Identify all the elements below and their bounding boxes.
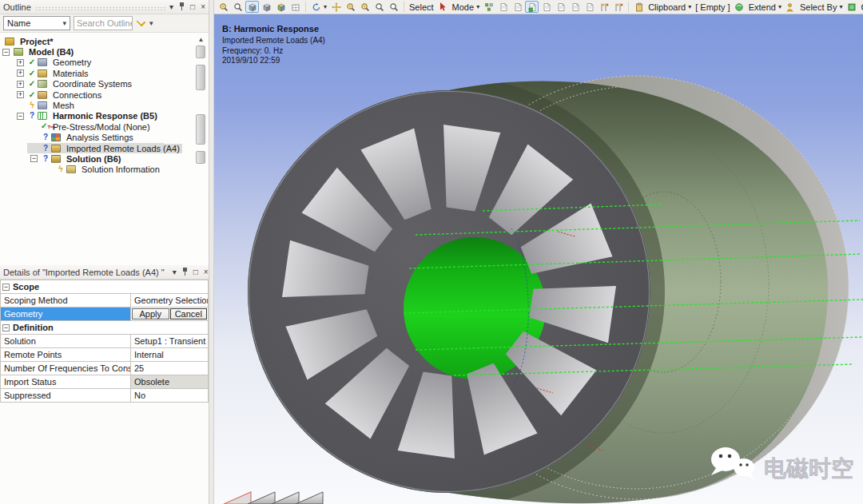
tree-item-connections[interactable]: + ✓ Connections bbox=[0, 89, 209, 100]
tree-item-coordinate-systems[interactable]: + ✓ Coordinate Systems bbox=[0, 79, 209, 89]
rotate-caret-icon[interactable]: ▾ bbox=[324, 3, 328, 10]
cancel-button[interactable]: Cancel bbox=[170, 308, 208, 319]
tree-item-solution-information[interactable]: ϟ Solution Information bbox=[0, 165, 209, 175]
select-vertices-icon[interactable] bbox=[496, 1, 510, 13]
tree-item-geometry[interactable]: + ✓ Geometry bbox=[0, 58, 209, 68]
row-value[interactable]: Geometry Selection bbox=[131, 294, 208, 307]
maximize-icon[interactable]: □ bbox=[190, 3, 195, 11]
wireframe-icon[interactable] bbox=[260, 1, 273, 13]
collapse-icon[interactable]: − bbox=[2, 49, 10, 56]
details-row-num-frequencies[interactable]: Number Of Frequencies To Consider 25 bbox=[0, 362, 209, 375]
details-row-remote-points[interactable]: Remote Points Internal bbox=[0, 348, 209, 362]
box-zoom-icon[interactable] bbox=[358, 1, 372, 13]
select-nodes-icon[interactable] bbox=[554, 1, 567, 13]
select-label[interactable]: Select bbox=[408, 2, 435, 12]
extend-caret-icon[interactable]: ▾ bbox=[778, 3, 783, 10]
select-by-icon[interactable] bbox=[784, 1, 797, 13]
select-elements-icon[interactable] bbox=[568, 1, 582, 13]
extend-label[interactable]: Extend bbox=[747, 2, 777, 12]
collapse-icon[interactable]: − bbox=[17, 113, 24, 120]
probe-flags-icon[interactable] bbox=[611, 1, 625, 13]
select-bodies-icon[interactable] bbox=[539, 1, 553, 13]
zoom-icon[interactable] bbox=[344, 1, 357, 13]
search-outline-input[interactable]: Search Outline bbox=[74, 16, 133, 30]
collapse-icon[interactable]: − bbox=[2, 284, 10, 291]
graphics-viewport[interactable]: 电磁时空 B: Harmonic Response Imported Remot… bbox=[214, 14, 863, 504]
shaded-edges-icon[interactable] bbox=[274, 1, 288, 13]
shaded-exterior-icon[interactable] bbox=[245, 1, 259, 13]
mode-label[interactable]: Mode bbox=[451, 2, 476, 12]
close-icon[interactable]: × bbox=[204, 268, 209, 276]
row-value[interactable]: Setup1 : Transient bbox=[131, 335, 208, 347]
tree-scrollbar[interactable]: ▲ bbox=[195, 36, 207, 204]
expand-icon[interactable]: + bbox=[17, 91, 24, 98]
tree-item-materials[interactable]: + ✓ Materials bbox=[0, 68, 209, 78]
details-row-geometry[interactable]: Geometry Apply Cancel bbox=[0, 308, 209, 321]
zoom-fit-icon[interactable] bbox=[372, 1, 386, 13]
maximize-icon[interactable]: □ bbox=[193, 268, 198, 276]
details-row-suppressed[interactable]: Suppressed No bbox=[0, 389, 209, 403]
tree-item-pre-stress-modal[interactable]: ✓T=0 Pre-Stress/Modal (None) bbox=[0, 121, 209, 132]
tree-item-analysis-settings[interactable]: ? Analysis Settings bbox=[0, 133, 209, 143]
connections-icon bbox=[38, 91, 47, 99]
clipboard-caret-icon[interactable]: ▾ bbox=[688, 3, 693, 10]
select-faces-icon[interactable] bbox=[525, 1, 539, 13]
tree-item-mesh[interactable]: ϟ Mesh bbox=[0, 100, 209, 110]
magnifier-window-icon[interactable] bbox=[387, 1, 400, 13]
pin-icon[interactable] bbox=[179, 2, 185, 11]
select-edges-icon[interactable] bbox=[511, 1, 524, 13]
search-expand-chevron-icon[interactable] bbox=[137, 18, 145, 26]
collapse-icon[interactable]: − bbox=[30, 155, 38, 162]
pin-icon[interactable] bbox=[182, 268, 188, 276]
details-menu-caret-icon[interactable]: ▾ bbox=[173, 268, 177, 276]
expand-icon[interactable]: + bbox=[17, 81, 24, 88]
mode-caret-icon[interactable]: ▾ bbox=[476, 3, 481, 10]
zoom-in-tool-icon[interactable] bbox=[217, 1, 230, 13]
selection-filter-tree-icon[interactable] bbox=[482, 1, 495, 13]
collapse-icon[interactable]: − bbox=[2, 324, 10, 331]
snap-icon[interactable] bbox=[583, 1, 596, 13]
details-row-solution[interactable]: Solution Setup1 : Transient bbox=[0, 335, 209, 348]
outline-title: Outline bbox=[3, 2, 31, 12]
outline-menu-caret-icon[interactable]: ▾ bbox=[169, 3, 173, 11]
scrollbar-thumb[interactable] bbox=[196, 46, 205, 58]
apply-button[interactable]: Apply bbox=[132, 308, 169, 319]
tree-item-imported-remote-loads[interactable]: ? Imported Remote Loads (A4) bbox=[0, 143, 209, 153]
details-row-scoping-method[interactable]: Scoping Method Geometry Selection bbox=[0, 294, 209, 308]
tree-item-model[interactable]: − Model (B4) bbox=[0, 46, 209, 57]
tree-item-harmonic-response[interactable]: − ? Harmonic Response (B5) bbox=[0, 111, 209, 121]
pan-icon[interactable] bbox=[329, 1, 343, 13]
tree-item-project[interactable]: Project* bbox=[0, 36, 209, 46]
details-category-definition[interactable]: − Definition bbox=[0, 321, 209, 335]
convert-icon[interactable] bbox=[845, 1, 858, 13]
rotate-icon[interactable] bbox=[309, 1, 323, 13]
convert-label[interactable]: Con bbox=[859, 2, 863, 12]
label-flags-icon[interactable] bbox=[597, 1, 610, 13]
zoom-out-tool-icon[interactable] bbox=[231, 1, 245, 13]
details-category-scope[interactable]: − Scope bbox=[0, 280, 209, 294]
expand-icon[interactable]: + bbox=[17, 69, 24, 77]
close-icon[interactable]: × bbox=[201, 3, 205, 11]
scroll-up-icon[interactable]: ▲ bbox=[195, 36, 207, 44]
viewports-icon[interactable] bbox=[288, 1, 302, 13]
scrollbar-thumb[interactable] bbox=[196, 114, 205, 145]
analysis-settings-icon bbox=[51, 133, 61, 141]
details-row-import-status[interactable]: Import Status Obsolete bbox=[0, 375, 209, 389]
clipboard-label[interactable]: Clipboard bbox=[646, 2, 687, 12]
question-icon: ? bbox=[27, 111, 37, 121]
extend-icon[interactable] bbox=[733, 1, 746, 13]
select-by-label[interactable]: Select By bbox=[798, 2, 838, 12]
expand-icon[interactable]: + bbox=[17, 59, 24, 66]
row-value[interactable]: Internal bbox=[131, 348, 208, 361]
search-options-caret-icon[interactable]: ▾ bbox=[149, 19, 153, 27]
scrollbar-thumb[interactable] bbox=[196, 65, 205, 90]
row-value[interactable]: 25 bbox=[131, 362, 208, 375]
clipboard-icon[interactable] bbox=[632, 1, 646, 13]
select-cursor-icon[interactable] bbox=[436, 1, 450, 13]
row-value[interactable]: No bbox=[131, 389, 208, 402]
row-label-selected: Geometry bbox=[1, 308, 131, 320]
scrollbar-thumb[interactable] bbox=[196, 151, 205, 164]
select-by-caret-icon[interactable]: ▾ bbox=[839, 3, 844, 10]
name-filter-select[interactable]: Name ▾ bbox=[3, 16, 70, 30]
tree-item-solution[interactable]: − ? Solution (B6) bbox=[0, 153, 209, 164]
